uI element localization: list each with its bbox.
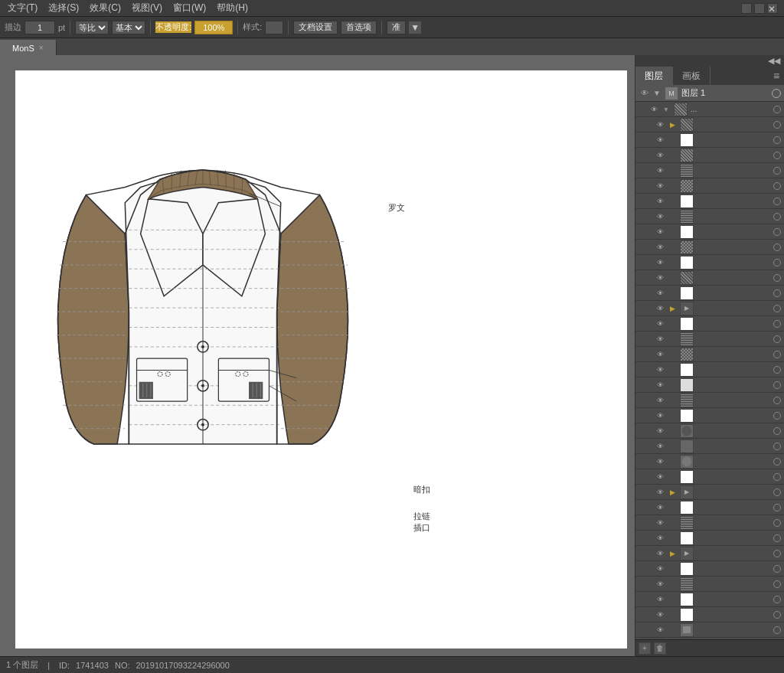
layer-eye[interactable]: 👁 <box>654 532 666 544</box>
layer-target-dot[interactable] <box>773 381 781 389</box>
layer-row[interactable]: 👁 <box>635 393 784 408</box>
layer-row[interactable]: 👁 <box>635 531 784 546</box>
layer-target-dot[interactable] <box>773 565 781 573</box>
layer-panel[interactable]: 👁▶👁👁👁👁👁👁👁👁👁👁👁👁▶▶👁👁👁👁👁👁👁👁👁👁👁👁▶▶👁👁👁👁▶▶👁👁👁👁… <box>635 117 784 639</box>
layer-row[interactable]: 👁 <box>635 255 784 270</box>
layer-row[interactable]: 👁 <box>635 362 784 377</box>
layer-row[interactable]: 👁 <box>635 209 784 224</box>
layer-target-dot[interactable] <box>773 182 781 190</box>
layer-target-dot[interactable] <box>773 427 781 435</box>
layer-row[interactable]: 👁 <box>635 592 784 607</box>
layer-row[interactable]: 👁 <box>635 347 784 362</box>
layer-target-dot[interactable] <box>773 274 781 282</box>
layer-target-dot[interactable] <box>773 534 781 542</box>
layer-row[interactable]: 👁 <box>635 332 784 347</box>
align-btn[interactable]: 准 <box>387 21 406 34</box>
menu-xuanze[interactable]: 选择(S) <box>44 0 83 16</box>
line-type-select[interactable]: 基本 <box>112 21 145 34</box>
layer-eye[interactable]: 👁 <box>654 302 666 315</box>
layer-target-dot[interactable] <box>773 351 781 358</box>
layer-row[interactable]: 👁 <box>635 163 784 178</box>
opacity-input[interactable] <box>194 21 233 34</box>
layer-target-dot[interactable] <box>773 596 781 603</box>
layer-eye[interactable]: 👁 <box>654 333 666 345</box>
layer-eye[interactable]: 👁 <box>654 410 666 422</box>
layer-row[interactable]: 👁 <box>635 286 784 301</box>
layer-target-circle[interactable] <box>772 89 781 98</box>
tab-mons[interactable]: MonS × <box>0 40 57 55</box>
layer-row[interactable]: 👁 <box>635 500 784 515</box>
layer-row[interactable]: 👁 <box>635 423 784 439</box>
layer-target-dot[interactable] <box>773 213 781 221</box>
layer-row[interactable]: 👁▶ <box>635 117 784 132</box>
layer-row[interactable]: 👁▶▶ <box>635 485 784 500</box>
menu-bangzhu[interactable]: 帮助(H) <box>212 0 253 16</box>
tab-layers[interactable]: 图层 <box>635 67 673 85</box>
layer-row[interactable]: 👁 <box>635 577 784 592</box>
layer-row[interactable]: 👁 <box>635 377 784 393</box>
layer-target-dot[interactable] <box>773 504 781 511</box>
layer-target-dot[interactable] <box>773 305 781 312</box>
layer-eye[interactable]: 👁 <box>654 211 666 223</box>
menu-xiaoguo[interactable]: 效果(C) <box>85 0 126 16</box>
sublayer-circle-1[interactable] <box>773 106 781 113</box>
layer-eye[interactable]: 👁 <box>654 394 666 407</box>
layer-target-dot[interactable] <box>773 611 781 619</box>
layer-row[interactable]: 👁 <box>635 439 784 454</box>
layer-eye[interactable]: 👁 <box>654 486 666 498</box>
win-minimize-btn[interactable] <box>741 3 752 14</box>
layer-eye[interactable]: 👁 <box>654 119 666 131</box>
menu-shitu[interactable]: 视图(V) <box>127 0 167 16</box>
layer-eye[interactable]: 👁 <box>654 364 666 376</box>
doc-settings-btn[interactable]: 文档设置 <box>293 21 338 34</box>
tab-artboards[interactable]: 画板 <box>673 67 710 85</box>
layer-target-dot[interactable] <box>773 473 781 481</box>
layer-target-dot[interactable] <box>773 366 781 374</box>
panel-collapse-arrow[interactable]: ◀◀ <box>766 56 782 66</box>
layer-target-dot[interactable] <box>773 580 781 588</box>
layer-row[interactable]: 👁 <box>635 561 784 577</box>
layer-header-row[interactable]: 👁 ▼ M 图层 1 <box>635 85 784 102</box>
layer-eye[interactable]: 👁 <box>654 440 666 452</box>
layer-eye[interactable]: 👁 <box>654 578 666 590</box>
layer-row[interactable]: 👁 <box>635 178 784 194</box>
layer-eye[interactable]: 👁 <box>654 517 666 529</box>
layer-eye[interactable]: 👁 <box>654 241 666 253</box>
layer-eye[interactable]: 👁 <box>654 165 666 177</box>
layer-row[interactable]: 👁 <box>635 240 784 255</box>
layer-target-dot[interactable] <box>773 152 781 159</box>
layer-target-dot[interactable] <box>773 198 781 205</box>
layer-target-dot[interactable] <box>773 259 781 266</box>
layer-row[interactable]: 👁 <box>635 132 784 148</box>
layer-target-dot[interactable] <box>773 412 781 420</box>
tab-close-btn[interactable]: × <box>39 44 44 52</box>
toolbar-extra-icon[interactable]: ▼ <box>409 21 421 34</box>
sublayer-row-1[interactable]: 👁 ▼ ... <box>635 102 784 117</box>
layer-eye[interactable]: 👁 <box>654 563 666 575</box>
menu-wenzi[interactable]: 文字(T) <box>3 0 42 16</box>
sublayer-eye-1[interactable]: 👁 <box>648 103 660 116</box>
layer-expand-arrow[interactable]: ▼ <box>652 89 662 98</box>
layer-row[interactable]: 👁 <box>635 148 784 163</box>
layer-eye[interactable]: 👁 <box>654 379 666 391</box>
layer-target-dot[interactable] <box>773 458 781 466</box>
layer-eye[interactable]: 👁 <box>654 348 666 361</box>
layer-eye[interactable]: 👁 <box>654 272 666 284</box>
layer-eye[interactable]: 👁 <box>654 195 666 207</box>
layer-eye[interactable]: 👁 <box>654 593 666 606</box>
layer-target-dot[interactable] <box>773 289 781 297</box>
layer-row[interactable]: 👁▶▶ <box>635 301 784 316</box>
layer-eye[interactable]: 👁 <box>654 226 666 238</box>
layer-target-dot[interactable] <box>773 320 781 328</box>
layer-eye[interactable]: 👁 <box>654 456 666 468</box>
layer-target-dot[interactable] <box>773 167 781 175</box>
panel-options-icon[interactable]: ≡ <box>769 67 784 85</box>
layer-target-dot[interactable] <box>773 228 781 236</box>
layer-row[interactable]: 👁 <box>635 194 784 209</box>
layer-target-dot[interactable] <box>773 550 781 557</box>
layer-target-dot[interactable] <box>773 397 781 404</box>
menu-chuangkou[interactable]: 窗口(W) <box>168 0 211 16</box>
layer-row[interactable]: 👁 <box>635 408 784 423</box>
layer-target-dot[interactable] <box>773 519 781 527</box>
layer-eye[interactable]: 👁 <box>654 287 666 299</box>
